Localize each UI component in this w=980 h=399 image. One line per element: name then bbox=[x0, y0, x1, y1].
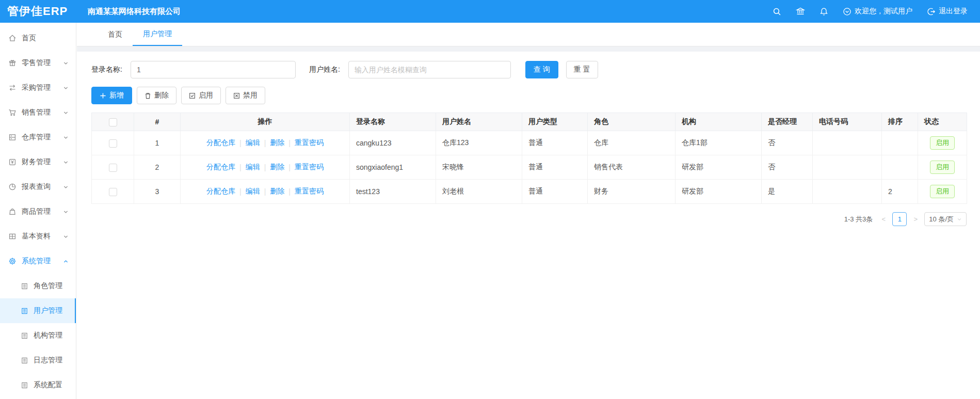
table-row: 1 分配仓库|编辑|删除|重置密码 cangku123 仓库123 普通 仓库 … bbox=[92, 131, 967, 155]
cell-org: 研发部 bbox=[676, 180, 762, 204]
chevron-down-icon bbox=[63, 234, 69, 240]
sidebar-item-label: 商品管理 bbox=[22, 207, 63, 216]
row-index: 1 bbox=[134, 131, 181, 155]
chevron-down-icon bbox=[63, 110, 69, 116]
cell-login-name: songxiaofeng1 bbox=[350, 155, 436, 180]
sidebar-item-label: 角色管理 bbox=[34, 281, 62, 291]
reset-password-link[interactable]: 重置密码 bbox=[295, 187, 324, 196]
sidebar-item-label: 系统管理 bbox=[22, 257, 63, 266]
sidebar-item-reports[interactable]: 报表查询 bbox=[0, 174, 76, 199]
user-name-input[interactable] bbox=[348, 61, 511, 78]
sidebar-item-basic-data[interactable]: 基本资料 bbox=[0, 224, 76, 249]
cell-is-manager: 是 bbox=[762, 180, 813, 204]
cell-phone bbox=[813, 131, 882, 155]
tab-home[interactable]: 首页 bbox=[98, 23, 133, 46]
disable-button[interactable]: 禁用 bbox=[226, 87, 265, 104]
row-checkbox[interactable] bbox=[109, 139, 117, 148]
chevron-down-icon bbox=[63, 209, 69, 215]
next-page-button[interactable]: > bbox=[912, 215, 919, 223]
page-size-select[interactable]: 10 条/页 bbox=[924, 212, 967, 226]
row-checkbox[interactable] bbox=[109, 164, 117, 172]
status-badge[interactable]: 启用 bbox=[930, 161, 955, 174]
add-button[interactable]: 新增 bbox=[91, 87, 132, 104]
cell-user-type: 普通 bbox=[522, 131, 588, 155]
pie-chart-icon bbox=[8, 183, 17, 191]
cell-user-name: 仓库123 bbox=[436, 131, 522, 155]
sidebar-item-role-management[interactable]: 角色管理 bbox=[0, 274, 76, 298]
sidebar-item-label: 基本资料 bbox=[22, 232, 63, 241]
bell-icon[interactable] bbox=[820, 7, 828, 16]
sidebar-item-system-config[interactable]: 系统配置 bbox=[0, 373, 76, 397]
col-actions: 操作 bbox=[181, 113, 350, 131]
cell-login-name: cangku123 bbox=[350, 131, 436, 155]
cart-icon bbox=[8, 108, 17, 117]
status-badge[interactable]: 启用 bbox=[930, 185, 955, 198]
sidebar-item-finance[interactable]: 财务管理 bbox=[0, 150, 76, 174]
x-square-icon bbox=[233, 92, 240, 99]
row-checkbox[interactable] bbox=[109, 188, 117, 196]
sidebar-item-home[interactable]: 首页 bbox=[0, 26, 76, 51]
query-button[interactable]: 查 询 bbox=[525, 61, 558, 78]
assign-warehouse-link[interactable]: 分配仓库 bbox=[206, 138, 235, 148]
col-user-name: 用户姓名 bbox=[436, 113, 522, 131]
document-icon bbox=[21, 357, 28, 364]
gift-icon bbox=[8, 59, 17, 67]
document-icon bbox=[21, 332, 28, 340]
cell-phone bbox=[813, 155, 882, 180]
chevron-up-icon bbox=[63, 259, 69, 264]
page-size-value: 10 条/页 bbox=[929, 215, 954, 224]
swap-icon bbox=[8, 84, 17, 92]
select-all-checkbox[interactable] bbox=[109, 118, 117, 126]
sidebar-item-products[interactable]: 商品管理 bbox=[0, 199, 76, 224]
table-header-row: # 操作 登录名称 用户姓名 用户类型 角色 机构 是否经理 电话号码 排序 状… bbox=[92, 113, 967, 131]
sidebar-item-user-management[interactable]: 用户管理 bbox=[0, 298, 76, 323]
reset-password-link[interactable]: 重置密码 bbox=[295, 163, 324, 172]
col-phone: 电话号码 bbox=[813, 113, 882, 131]
sidebar-item-retail[interactable]: 零售管理 bbox=[0, 51, 76, 75]
search-form: 登录名称: 用户姓名: 查 询 重 置 bbox=[91, 61, 966, 78]
page-number-button[interactable]: 1 bbox=[892, 212, 907, 226]
money-icon bbox=[8, 158, 17, 166]
logout-button[interactable]: 退出登录 bbox=[927, 7, 968, 16]
document-icon bbox=[21, 282, 28, 290]
search-icon[interactable] bbox=[773, 7, 781, 16]
edit-link[interactable]: 编辑 bbox=[246, 163, 260, 172]
sidebar-item-label: 销售管理 bbox=[22, 108, 63, 117]
login-name-input[interactable] bbox=[131, 61, 296, 78]
reset-password-link[interactable]: 重置密码 bbox=[295, 138, 324, 148]
reset-button[interactable]: 重 置 bbox=[566, 61, 598, 78]
sidebar-item-log-management[interactable]: 日志管理 bbox=[0, 348, 76, 373]
enable-button[interactable]: 启用 bbox=[181, 87, 221, 104]
edit-link[interactable]: 编辑 bbox=[246, 187, 260, 196]
bank-icon[interactable] bbox=[796, 7, 805, 16]
cell-sort bbox=[882, 155, 918, 180]
sidebar-item-org-management[interactable]: 机构管理 bbox=[0, 323, 76, 348]
delete-button[interactable]: 删除 bbox=[137, 87, 176, 104]
status-badge[interactable]: 启用 bbox=[930, 136, 955, 150]
tab-user-management[interactable]: 用户管理 bbox=[133, 23, 182, 46]
delete-link[interactable]: 删除 bbox=[270, 163, 284, 172]
document-icon bbox=[21, 381, 28, 389]
edit-link[interactable]: 编辑 bbox=[246, 138, 260, 148]
delete-link[interactable]: 删除 bbox=[270, 187, 284, 196]
sidebar-item-system[interactable]: 系统管理 bbox=[0, 249, 76, 274]
gear-icon bbox=[8, 257, 17, 265]
assign-warehouse-link[interactable]: 分配仓库 bbox=[206, 187, 235, 196]
cell-role: 财务 bbox=[588, 180, 676, 204]
cell-user-name: 宋晓锋 bbox=[436, 155, 522, 180]
user-welcome[interactable]: 欢迎您，测试用户 bbox=[843, 7, 912, 16]
sidebar-item-purchase[interactable]: 采购管理 bbox=[0, 75, 76, 100]
sidebar-item-label: 采购管理 bbox=[22, 83, 63, 92]
col-is-manager: 是否经理 bbox=[762, 113, 813, 131]
col-login-name: 登录名称 bbox=[350, 113, 436, 131]
row-index: 3 bbox=[134, 180, 181, 204]
cell-is-manager: 否 bbox=[762, 155, 813, 180]
company-name: 南通某某网络科技有限公司 bbox=[88, 7, 181, 17]
sidebar-item-sales[interactable]: 销售管理 bbox=[0, 100, 76, 125]
delete-link[interactable]: 删除 bbox=[270, 138, 284, 148]
pagination-total: 1-3 共3条 bbox=[844, 215, 873, 224]
prev-page-button[interactable]: < bbox=[880, 215, 887, 223]
assign-warehouse-link[interactable]: 分配仓库 bbox=[206, 163, 235, 172]
sidebar-item-warehouse[interactable]: 仓库管理 bbox=[0, 125, 76, 150]
down-circle-icon bbox=[843, 7, 852, 16]
